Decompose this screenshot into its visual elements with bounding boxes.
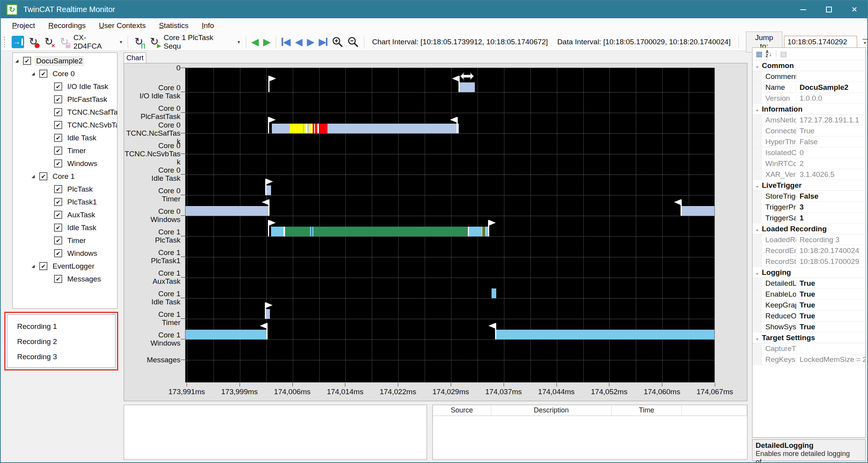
checkbox[interactable]: ✔ xyxy=(54,198,62,206)
property-value[interactable]: LockedMemSize = 200 xyxy=(796,355,865,364)
checkbox[interactable]: ✔ xyxy=(39,172,47,180)
tree-item-core-0[interactable]: ◢✔Core 0 xyxy=(13,67,117,80)
tree-item-plctask[interactable]: ✔PlcTask xyxy=(13,183,117,196)
category-loaded-recording[interactable]: ⌄Loaded Recording xyxy=(752,224,865,234)
recording-item-recording-3[interactable]: Recording 3 xyxy=(7,349,115,364)
property-value[interactable]: 0 xyxy=(796,149,865,157)
checkbox[interactable]: ✔ xyxy=(39,70,47,78)
record-button[interactable]: ↻ xyxy=(26,35,40,49)
tree-expander-icon[interactable]: ◢ xyxy=(32,264,39,269)
task-bar[interactable] xyxy=(271,227,488,236)
step-back-button[interactable]: ◀ xyxy=(295,37,302,47)
tree-item-plctask1[interactable]: ✔PlcTask1 xyxy=(13,196,117,208)
property-hyperthrea[interactable]: HyperThreaFalse xyxy=(752,136,865,147)
property-name[interactable]: NameDocuSample2 xyxy=(752,82,865,93)
close-button[interactable]: ✕ xyxy=(842,1,867,18)
toolbar-overflow-button[interactable]: ▼ xyxy=(863,39,867,45)
property-comment[interactable]: Comment xyxy=(752,71,865,82)
property-value[interactable]: True xyxy=(796,312,865,320)
collapse-icon[interactable]: ⌄ xyxy=(752,63,762,69)
step-forward-button[interactable]: ▶ xyxy=(307,37,314,47)
disconnect-button[interactable]: ↻✕ xyxy=(42,35,56,49)
jump-to-input[interactable] xyxy=(784,36,857,48)
property-recordend[interactable]: RecordEnd10:18:20.1740024 xyxy=(752,245,865,256)
property-keepgraphc[interactable]: KeepGraphCTrue xyxy=(752,300,865,311)
checkbox[interactable]: ✔ xyxy=(54,147,62,155)
start-recording-button[interactable]: ↻▶ xyxy=(147,35,161,49)
checkbox[interactable]: ✔ xyxy=(54,224,62,232)
category-livetrigger[interactable]: ⌄LiveTrigger xyxy=(752,180,865,191)
property-value[interactable]: 3.1.4026.5 xyxy=(796,170,865,179)
property-value[interactable]: True xyxy=(796,301,865,309)
property-value[interactable]: 10:18:20.1740024 xyxy=(796,246,865,255)
property-value[interactable]: True xyxy=(796,279,865,288)
property-value[interactable]: False xyxy=(796,192,865,201)
tree-item-plcfasttask[interactable]: ✔PlcFastTask xyxy=(13,93,117,106)
property-version[interactable]: Version1.0.0.0 xyxy=(752,93,865,104)
checkbox[interactable]: ✔ xyxy=(54,95,62,103)
maximize-button[interactable] xyxy=(816,1,842,18)
tree-item-core-1[interactable]: ◢✔Core 1 xyxy=(13,170,117,183)
property-connected[interactable]: ConnectedTrue xyxy=(752,126,865,136)
collapse-icon[interactable]: ⌄ xyxy=(752,106,762,112)
category-logging[interactable]: ⌄Logging xyxy=(752,267,865,278)
menu-statistics[interactable]: Statistics xyxy=(152,18,195,33)
property-loadedreco[interactable]: LoadedRecoRecording 3 xyxy=(752,234,865,245)
connect-target-button[interactable]: → xyxy=(11,35,25,49)
sort-alphabetical-button[interactable]: AZ ↓ xyxy=(766,50,772,58)
collapse-icon[interactable]: ⌄ xyxy=(752,182,762,189)
prev-event-button[interactable]: ◀ xyxy=(252,37,259,47)
property-storetrigge[interactable]: StoreTriggeFalse xyxy=(752,191,865,202)
next-event-button[interactable]: ▶ xyxy=(263,37,270,47)
property-isolatedcor[interactable]: IsolatedCor0 xyxy=(752,147,865,158)
column-header-description[interactable]: Description xyxy=(491,405,612,416)
tree-item-windows[interactable]: ✔Windows xyxy=(13,247,117,260)
property-recordstart[interactable]: RecordStart10:18:05.1700029 xyxy=(752,256,865,267)
checkbox[interactable]: ✔ xyxy=(54,82,62,91)
property-pages-button[interactable]: ▤ xyxy=(780,49,787,58)
task-bar[interactable] xyxy=(186,206,269,216)
tree-item-timer[interactable]: ✔Timer xyxy=(13,144,117,157)
tree-item-docusample2[interactable]: ◢✔DocuSample2 xyxy=(13,54,117,67)
category-information[interactable]: ⌄Information xyxy=(752,104,865,115)
task-bar[interactable] xyxy=(186,330,267,339)
checkbox[interactable]: ✔ xyxy=(54,211,62,219)
checkbox[interactable]: ✔ xyxy=(39,262,47,270)
recording-item-recording-2[interactable]: Recording 2 xyxy=(7,334,115,349)
tree-item-tcnc-ncsvbtask[interactable]: ✔TCNC.NcSvbTask xyxy=(13,119,117,131)
property-showsyster[interactable]: ShowSysterTrue xyxy=(752,321,865,332)
property-triggersam[interactable]: TriggerSam1 xyxy=(752,213,865,224)
property-enablelogg[interactable]: EnableLoggTrue xyxy=(752,289,865,300)
column-header-source[interactable]: Source xyxy=(433,405,491,416)
property-value[interactable]: Recording 3 xyxy=(796,236,865,244)
live-trigger-button[interactable]: ↻∏ xyxy=(132,35,146,49)
tree-expander-icon[interactable]: ◢ xyxy=(15,58,23,63)
property-capturetim[interactable]: CaptureTim xyxy=(752,343,865,354)
menu-user-contexts[interactable]: User Contexts xyxy=(92,18,152,33)
property-value[interactable]: DocuSample2 xyxy=(796,83,865,92)
menu-project[interactable]: Project xyxy=(5,18,42,33)
user-context-selector[interactable]: Core 1 PlcTask Sequ ▼ xyxy=(164,33,241,51)
task-bar[interactable] xyxy=(272,124,459,133)
tab-chart[interactable]: Chart xyxy=(124,52,146,63)
property-regkeys[interactable]: RegKeysLockedMemSize = 200 xyxy=(752,354,865,365)
property-value[interactable]: 1.0.0.0 xyxy=(796,94,865,103)
checkbox[interactable]: ✔ xyxy=(54,159,62,168)
minimize-button[interactable] xyxy=(790,1,816,18)
property-value[interactable]: True xyxy=(796,127,865,135)
column-header-time[interactable]: Time xyxy=(612,405,682,416)
property-triggerprelu[interactable]: TriggerPrelu3 xyxy=(752,202,865,213)
property-value[interactable]: 1 xyxy=(796,214,865,222)
checkbox[interactable]: ✔ xyxy=(54,249,62,257)
property-reduceonz[interactable]: ReduceOnZTrue xyxy=(752,311,865,321)
collapse-icon[interactable]: ⌄ xyxy=(752,335,762,341)
tree-item-idle-task[interactable]: ✔Idle Task xyxy=(13,131,117,144)
tree-item-windows[interactable]: ✔Windows xyxy=(13,157,117,170)
property-value[interactable]: 172.17.28.191.1.1 xyxy=(796,116,865,124)
details-panel[interactable] xyxy=(124,405,427,460)
menu-recordings[interactable]: Recordings xyxy=(42,18,92,33)
category-target-settings[interactable]: ⌄Target Settings xyxy=(752,332,865,343)
task-bar[interactable] xyxy=(492,288,497,298)
tree-item-auxtask[interactable]: ✔AuxTask xyxy=(13,208,117,221)
tree-item-tcnc-ncsaftask[interactable]: ✔TCNC.NcSafTask xyxy=(13,106,117,119)
